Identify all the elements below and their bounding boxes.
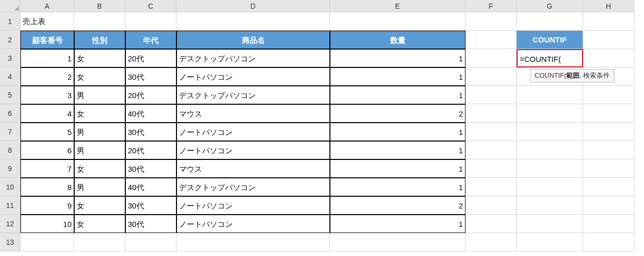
cell-A7[interactable]: 5 [20, 123, 74, 141]
cell-C6[interactable]: 40代 [125, 104, 176, 123]
cell-E10[interactable]: 1 [330, 178, 465, 196]
cell-C7[interactable]: 30代 [125, 123, 176, 141]
cell-A4[interactable]: 2 [20, 67, 74, 86]
cell-H5[interactable] [583, 86, 634, 104]
cell-H9[interactable] [583, 159, 634, 178]
cell-F8[interactable] [465, 141, 517, 159]
row-header-13[interactable]: 13 [0, 233, 20, 251]
cell-F6[interactable] [465, 104, 517, 123]
cell-F12[interactable] [465, 215, 517, 233]
cell-B3[interactable]: 女 [74, 49, 125, 67]
cell-E6[interactable]: 2 [330, 104, 465, 123]
cell-C10[interactable]: 40代 [125, 178, 176, 196]
cell-G8[interactable] [517, 141, 583, 159]
cell-C12[interactable]: 30代 [125, 215, 176, 233]
table-header-age[interactable]: 年代 [125, 31, 176, 49]
cell-D9[interactable]: マウス [176, 159, 330, 178]
cell-B10[interactable]: 男 [74, 178, 125, 196]
cell-D4[interactable]: ノートパソコン [176, 67, 330, 86]
cell-G10[interactable] [517, 178, 583, 196]
cell-E8[interactable]: 1 [330, 141, 465, 159]
cell-H11[interactable] [583, 196, 634, 215]
tooltip-arg-range[interactable]: 範囲 [566, 72, 580, 79]
col-header-B[interactable]: B [74, 0, 125, 12]
cell-H8[interactable] [583, 141, 634, 159]
cell-G2-countif-label[interactable]: COUNTIF [517, 31, 583, 49]
row-header-1[interactable]: 1 [0, 12, 20, 31]
cell-C1[interactable] [125, 12, 176, 31]
cell-G7[interactable] [517, 123, 583, 141]
col-header-H[interactable]: H [583, 0, 634, 12]
row-header-2[interactable]: 2 [0, 31, 20, 49]
cell-E11[interactable]: 2 [330, 196, 465, 215]
row-header-8[interactable]: 8 [0, 141, 20, 159]
cell-C3[interactable]: 20代 [125, 49, 176, 67]
cell-G1[interactable] [517, 12, 583, 31]
col-header-C[interactable]: C [125, 0, 176, 12]
cell-E7[interactable]: 1 [330, 123, 465, 141]
cell-H3[interactable] [583, 49, 634, 67]
cell-B4[interactable]: 女 [74, 67, 125, 86]
cell-G12[interactable] [517, 215, 583, 233]
cell-B9[interactable]: 女 [74, 159, 125, 178]
cell-H7[interactable] [583, 123, 634, 141]
cell-F2[interactable] [465, 31, 517, 49]
table-header-qty[interactable]: 数量 [330, 31, 465, 49]
cell-A3[interactable]: 1 [20, 49, 74, 67]
cell-F7[interactable] [465, 123, 517, 141]
cell-D3[interactable]: デスクトップパソコン [176, 49, 330, 67]
cell-D7[interactable]: ノートパソコン [176, 123, 330, 141]
cell-H10[interactable] [583, 178, 634, 196]
cell-F11[interactable] [465, 196, 517, 215]
cell-F1[interactable] [465, 12, 517, 31]
cell-D13[interactable] [176, 233, 330, 251]
cell-E9[interactable]: 1 [330, 159, 465, 178]
col-header-F[interactable]: F [465, 0, 517, 12]
cell-A6[interactable]: 4 [20, 104, 74, 123]
cell-G3-formula-input[interactable]: =COUNTIF( [517, 49, 583, 67]
cell-C11[interactable]: 30代 [125, 196, 176, 215]
cell-A9[interactable]: 7 [20, 159, 74, 178]
cell-A11[interactable]: 9 [20, 196, 74, 215]
cell-F10[interactable] [465, 178, 517, 196]
row-header-4[interactable]: 4 [0, 67, 20, 86]
row-header-10[interactable]: 10 [0, 178, 20, 196]
col-header-G[interactable]: G [517, 0, 583, 12]
cell-A8[interactable]: 6 [20, 141, 74, 159]
cell-D6[interactable]: マウス [176, 104, 330, 123]
formula-tooltip[interactable]: COUNTIF(範囲, 検索条件 [530, 69, 614, 82]
cell-G11[interactable] [517, 196, 583, 215]
cell-D12[interactable]: ノートパソコン [176, 215, 330, 233]
cell-E3[interactable]: 1 [330, 49, 465, 67]
cell-B13[interactable] [74, 233, 125, 251]
cell-G6[interactable] [517, 104, 583, 123]
spreadsheet-grid[interactable]: A B C D E F G H 1 売上表 2 顧客番号 性別 年代 商品名 数… [0, 0, 644, 251]
cell-E1[interactable] [330, 12, 465, 31]
cell-B8[interactable]: 男 [74, 141, 125, 159]
cell-G5[interactable] [517, 86, 583, 104]
row-header-12[interactable]: 12 [0, 215, 20, 233]
cell-C8[interactable]: 20代 [125, 141, 176, 159]
cell-H1[interactable] [583, 12, 634, 31]
cell-F13[interactable] [465, 233, 517, 251]
select-all-corner[interactable] [0, 0, 20, 12]
cell-B12[interactable]: 女 [74, 215, 125, 233]
cell-E12[interactable]: 1 [330, 215, 465, 233]
cell-F4[interactable] [465, 67, 517, 86]
cell-C9[interactable]: 30代 [125, 159, 176, 178]
row-header-3[interactable]: 3 [0, 49, 20, 67]
cell-G9[interactable] [517, 159, 583, 178]
cell-B6[interactable]: 女 [74, 104, 125, 123]
cell-A1[interactable]: 売上表 [20, 12, 74, 31]
cell-B1[interactable] [74, 12, 125, 31]
cell-C4[interactable]: 30代 [125, 67, 176, 86]
cell-G13[interactable] [517, 233, 583, 251]
cell-F9[interactable] [465, 159, 517, 178]
cell-D8[interactable]: ノートパソコン [176, 141, 330, 159]
cell-F3[interactable] [465, 49, 517, 67]
row-header-7[interactable]: 7 [0, 123, 20, 141]
cell-A5[interactable]: 3 [20, 86, 74, 104]
table-header-customer-no[interactable]: 顧客番号 [20, 31, 74, 49]
row-header-6[interactable]: 6 [0, 104, 20, 123]
cell-H6[interactable] [583, 104, 634, 123]
